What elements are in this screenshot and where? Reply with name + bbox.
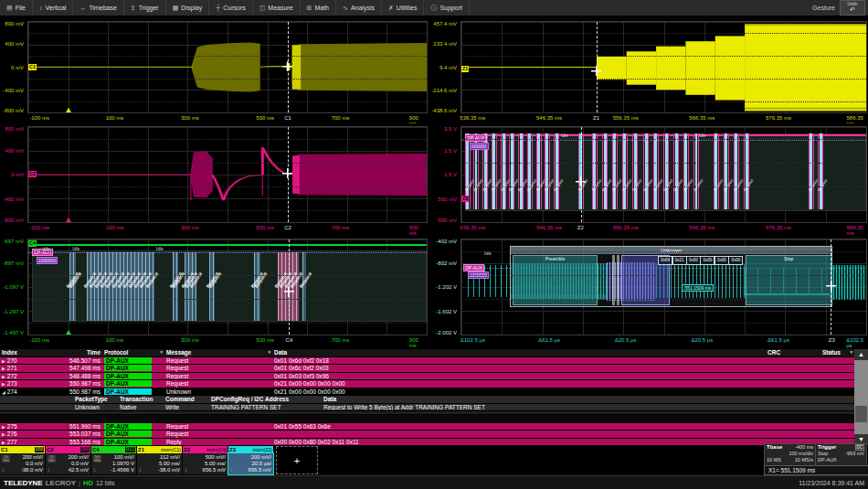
expand-arrow-icon[interactable]: ▶ — [2, 358, 5, 364]
table-row[interactable]: ▶272548.488 msDP-AUXRequest0x01 0x03 0xf… — [0, 373, 854, 381]
menu-trigger[interactable]: ↥Trigger — [124, 0, 166, 16]
plot-c4[interactable]: RequestRequestRequestRequestRequestReque… — [27, 239, 428, 335]
menu-analysis[interactable]: ∿Analysis — [336, 0, 382, 16]
cell-time: 551.990 ms — [35, 423, 102, 431]
scroll-up-button[interactable]: ▲ — [854, 349, 868, 360]
cursor-crosshair[interactable] — [282, 61, 292, 71]
column-header[interactable]: Data — [272, 349, 766, 356]
table-row[interactable]: ▶276553.037 msDP-AUXRequest — [0, 431, 854, 439]
table-scrollbar[interactable]: ▲ ▼ — [854, 349, 868, 445]
expand-arrow-icon[interactable]: ▶ — [2, 431, 5, 437]
table-row[interactable]: ▶270546.507 msDP-AUXRequest0x01 0x6d 0xf… — [0, 357, 854, 366]
menu-math[interactable]: ⊞Math — [301, 0, 336, 16]
expand-arrow-icon[interactable]: ▶ — [2, 440, 5, 445]
decode-strip — [617, 255, 619, 304]
decode-byte[interactable]: 0x00 — [715, 256, 729, 265]
minor-gridline — [461, 210, 866, 211]
menu-file[interactable]: ▤File — [0, 0, 33, 16]
menu-timebase[interactable]: ↔Timebase — [73, 0, 123, 16]
menu-measure[interactable]: ◫Measure — [253, 0, 301, 16]
channel-descriptor-c1[interactable]: C1D5016GHz200 mV/0.0 mV↕-38.0 mV — [0, 446, 45, 474]
z1-trace-tag[interactable]: Z1 — [461, 66, 469, 72]
table-row[interactable]: ▶277553.166 msDP-AUXReply0x00 0x00 0x80 … — [0, 439, 854, 447]
time-cursor[interactable] — [581, 127, 582, 222]
cursor-crosshair[interactable] — [282, 168, 292, 178]
channel-descriptor-z1[interactable]: Z1zoom(C1)112 mV/5.00 ms/↕-38.0 mV — [137, 446, 182, 474]
menu-support[interactable]: ⓘSupport — [424, 0, 470, 16]
table-row[interactable]: ▶271547.498 msDP-AUXRequest0x01 0x6c 0xf… — [0, 365, 854, 373]
cell-protocol: DP-AUX — [102, 431, 164, 438]
decode-stop-band[interactable]: Stop — [746, 255, 832, 304]
channel-descriptor-c4[interactable]: C4DC1500MHz100 mV/1.0970 V↕-1.4566 V — [91, 446, 136, 474]
expand-arrow-icon[interactable]: ▶ — [2, 424, 5, 430]
decode-byte[interactable]: 0x04 — [658, 256, 672, 265]
c4-trace-tag[interactable]: C4 — [28, 240, 37, 247]
channel-header: Z1zoom(C1) — [137, 446, 182, 453]
cursor-label: Z3 — [829, 337, 835, 343]
timebase-value: -400 ms — [795, 444, 813, 451]
expand-arrow-icon[interactable]: ▶ — [2, 381, 5, 387]
x-axis-tick: 576.35 ms — [766, 225, 791, 230]
column-header[interactable]: Index — [0, 349, 35, 356]
decode-preamble-band[interactable]: Preamble — [513, 255, 598, 304]
expand-arrow-icon[interactable]: ◢ — [2, 389, 5, 395]
x-axis-tick: 500 ms — [256, 225, 274, 230]
decode-byte[interactable]: 0x21 — [672, 256, 687, 265]
y-axis-tick: 233.4 mV — [429, 41, 457, 48]
c2-trace-tag[interactable]: C2 — [28, 171, 37, 177]
decode-byte[interactable]: 0x00 — [700, 256, 715, 265]
y-axis-tick: -1.602 V — [429, 309, 457, 315]
menu-label: Cursors — [223, 5, 246, 11]
sort-arrow-icon[interactable]: ▾ — [160, 349, 163, 356]
cursor-crosshair[interactable] — [591, 66, 601, 76]
c1-trace-tag[interactable]: C1 — [28, 64, 37, 70]
channel-descriptor-z3[interactable]: Z3zoom(Z2)200 mV/20.5 µs/↕956.5 mV — [228, 446, 273, 474]
table-row[interactable]: ▶275551.990 msDP-AUXRequest0x01 0x55 0x6… — [0, 423, 854, 431]
menu-vertical[interactable]: ↕Vertical — [33, 0, 73, 16]
trigger-coupling-badge: DC — [855, 444, 865, 451]
menu-cursors[interactable]: ┼Cursors — [209, 0, 252, 16]
menu-bar: ▤File↕Vertical↔Timebase↥Trigger▦Display┼… — [0, 0, 868, 16]
column-header[interactable]: Message▾ — [164, 349, 272, 356]
sort-arrow-icon[interactable]: ▾ — [268, 349, 270, 356]
decode-byte[interactable]: 0x00 — [728, 256, 743, 265]
channel-descriptor-c2[interactable]: C2D5016GHz200 mV/0.0 mV↕42.5 mV — [46, 446, 90, 474]
add-trace-button[interactable]: + — [276, 446, 318, 474]
sort-arrow-icon[interactable]: ▾ — [850, 349, 852, 356]
vertical-icon: ↕ — [39, 5, 43, 11]
decode-byte[interactable]: 0x00 — [686, 256, 701, 265]
plot-c2[interactable]: C2 — [27, 126, 428, 223]
plot-z3[interactable]: Unknown Preamble 0x04 0x21 0x00 0x00 0x0… — [460, 239, 867, 335]
expand-arrow-icon[interactable]: ▶ — [2, 366, 5, 371]
grid-c1: C1 800 mV400 mV0 mV-400 mV-800 mV-100 ms… — [0, 18, 429, 122]
column-header[interactable]: Status▾ — [820, 349, 854, 356]
channel-body: 500 mV/5.00 ms/↕956.5 mV — [183, 453, 228, 474]
decode-pulse — [527, 133, 533, 209]
cursor-crosshair[interactable] — [284, 287, 294, 297]
menu-display[interactable]: ▦Display — [166, 0, 210, 16]
column-header[interactable]: Time — [35, 349, 102, 356]
cursor-label: Z1 — [593, 115, 599, 121]
column-header[interactable]: Protocol▾ — [102, 349, 164, 356]
x-axis-tick: Δ102.5 µs — [846, 337, 863, 348]
cursor-crosshair[interactable] — [826, 281, 836, 291]
column-header[interactable]: CRC — [766, 349, 820, 356]
z2-trace-tag[interactable]: Z2 — [461, 196, 469, 202]
trigger-box[interactable]: TriggerDC Stop-993 mV DP-AUX — [815, 443, 867, 466]
offset-icon: ↕ — [230, 467, 233, 473]
channel-descriptor-z2[interactable]: Z2zoom(C4)500 mV/5.00 ms/↕956.5 mV — [183, 446, 228, 474]
scroll-thumb[interactable] — [855, 406, 867, 422]
table-row[interactable]: ◢274550.987 msDP-AUXUnknown0x21 0x00 0x0… — [0, 388, 854, 397]
table-row[interactable]: ▶273550.987 msDP-AUXRequest0x21 0x00 0x0… — [0, 380, 854, 388]
expand-arrow-icon[interactable]: ▶ — [2, 374, 5, 379]
menu-label: Trigger — [139, 5, 159, 11]
plot-z1[interactable]: Z1 — [460, 21, 867, 113]
brand-logo: TELEDYNE LECROY | HD 12 bits — [4, 479, 115, 487]
plot-z2[interactable]: RequestRequestRequestRequestRequestReque… — [460, 126, 867, 223]
menu-utilities[interactable]: ✗Utilities — [382, 0, 424, 16]
undo-button[interactable]: Undo↶ — [840, 0, 865, 16]
timebase-box[interactable]: Tbase-400 ms 100 ms/div 10 MS10 MS/s — [764, 443, 816, 466]
cursor-crosshair[interactable] — [576, 176, 586, 186]
dp-aux-decode-badge[interactable]: DP-AUX — [463, 264, 484, 271]
plot-c1[interactable]: C1 — [27, 21, 428, 113]
